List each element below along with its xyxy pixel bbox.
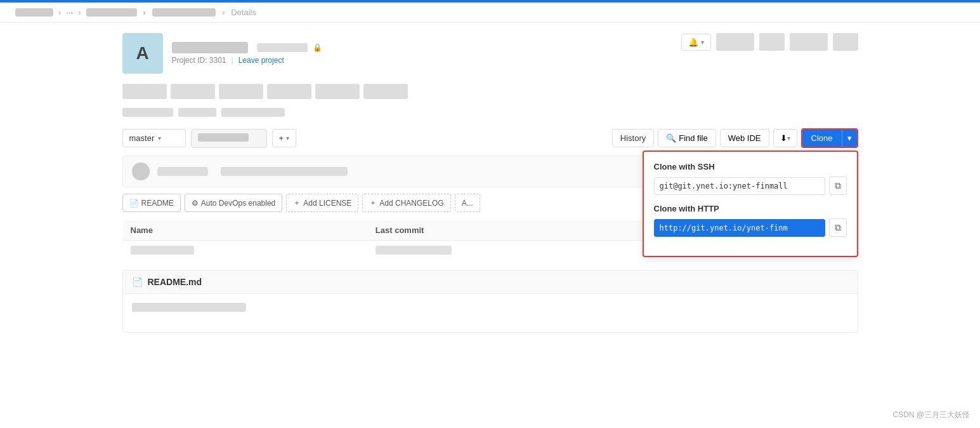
meta-item-2 bbox=[178, 108, 216, 117]
commit-cell bbox=[368, 241, 651, 261]
nav-tab-2[interactable] bbox=[171, 84, 215, 99]
breadcrumb-part1 bbox=[15, 8, 53, 17]
branch-chevron: ▾ bbox=[158, 135, 161, 142]
nav-tab-4[interactable] bbox=[267, 84, 311, 99]
lock-icon: 🔒 bbox=[313, 43, 322, 52]
header-action-1[interactable] bbox=[716, 33, 754, 51]
toolbar-right: History 🔍 Find file Web IDE ⬇ ▾ Clone ▾ … bbox=[612, 128, 858, 148]
clone-http-copy-button[interactable]: ⧉ bbox=[829, 218, 847, 237]
meta-row bbox=[122, 108, 858, 117]
clone-ssh-title: Clone with SSH bbox=[654, 162, 847, 171]
header-action-4[interactable] bbox=[833, 33, 858, 51]
breadcrumb-dots: ··· bbox=[66, 8, 73, 17]
add-license-button[interactable]: ＋ Add LICENSE bbox=[286, 194, 358, 212]
breadcrumb-part4 bbox=[152, 8, 216, 17]
bell-icon: 🔔 bbox=[688, 37, 698, 47]
meta-item-1 bbox=[122, 108, 173, 117]
clone-ssh-row: ⧉ bbox=[654, 177, 847, 195]
readme-button[interactable]: 📄 README bbox=[122, 194, 181, 212]
find-file-button[interactable]: 🔍 Find file bbox=[658, 129, 716, 147]
notification-chevron: ▾ bbox=[701, 39, 704, 46]
clone-http-title: Clone with HTTP bbox=[654, 204, 847, 213]
breadcrumb-sep1: › bbox=[58, 8, 61, 17]
download-chevron: ▾ bbox=[787, 135, 790, 142]
file-name-cell bbox=[122, 241, 368, 261]
meta-item-3 bbox=[221, 108, 285, 117]
clone-dropdown: Clone with SSH ⧉ Clone with HTTP ⧉ bbox=[643, 150, 858, 257]
download-button[interactable]: ⬇ ▾ bbox=[773, 129, 797, 147]
readme-file-icon: 📄 bbox=[132, 277, 143, 287]
clone-main-button[interactable]: Clone bbox=[802, 130, 842, 147]
plus-chevron: ▾ bbox=[286, 135, 289, 142]
copy-ssh-icon: ⧉ bbox=[835, 180, 841, 191]
add-changelog-icon: ＋ bbox=[369, 197, 377, 208]
project-id: Project ID: 3301 bbox=[172, 56, 226, 65]
col-name: Name bbox=[122, 220, 368, 241]
leave-project-link[interactable]: Leave project bbox=[238, 56, 284, 65]
devops-label: Auto DevOps enabled bbox=[201, 199, 275, 208]
readme-content bbox=[123, 294, 858, 332]
nav-tab-5[interactable] bbox=[315, 84, 360, 99]
project-avatar: A bbox=[122, 33, 163, 74]
project-title bbox=[172, 42, 248, 53]
web-ide-button[interactable]: Web IDE bbox=[720, 129, 769, 147]
find-file-label: Find file bbox=[679, 133, 708, 143]
clone-http-row: ⧉ bbox=[654, 218, 847, 237]
project-header-right: 🔔 ▾ bbox=[681, 33, 858, 51]
add-license-label: Add LICENSE bbox=[303, 199, 351, 208]
breadcrumb-sep4: › bbox=[222, 8, 225, 17]
readme-section: 📄 README.md bbox=[122, 270, 858, 333]
file-path-text bbox=[198, 133, 249, 142]
more-label: A... bbox=[462, 199, 473, 208]
add-changelog-button[interactable]: ＋ Add CHANGELOG bbox=[362, 194, 450, 212]
clone-button-group: Clone ▾ bbox=[801, 128, 858, 148]
clone-dropdown-button[interactable]: ▾ bbox=[842, 130, 857, 147]
col-last-commit: Last commit bbox=[368, 220, 651, 241]
notification-button[interactable]: 🔔 ▾ bbox=[681, 34, 711, 51]
project-header-left: A 🔒 Project ID: 3301 | Leave project bbox=[122, 33, 322, 74]
readme-filename: README.md bbox=[148, 277, 202, 287]
breadcrumb-sep2: › bbox=[78, 8, 81, 17]
toolbar-row: master ▾ + ▾ History 🔍 Find file Web IDE… bbox=[122, 128, 858, 148]
breadcrumb-sep3: › bbox=[143, 8, 146, 17]
more-button[interactable]: A... bbox=[455, 194, 480, 212]
project-title-row: 🔒 bbox=[172, 42, 322, 53]
add-changelog-label: Add CHANGELOG bbox=[379, 199, 443, 208]
breadcrumb: › ··· › › › Details bbox=[0, 3, 980, 23]
readme-header: 📄 README.md bbox=[123, 271, 858, 294]
toolbar-left: master ▾ + ▾ bbox=[122, 129, 297, 148]
breadcrumb-part3 bbox=[86, 8, 137, 17]
clone-ssh-copy-button[interactable]: ⧉ bbox=[829, 177, 847, 195]
project-meta: Project ID: 3301 | Leave project bbox=[172, 56, 322, 65]
nav-tab-6[interactable] bbox=[363, 84, 408, 99]
header-action-3[interactable] bbox=[790, 33, 828, 51]
nav-tab-3[interactable] bbox=[219, 84, 263, 99]
project-info: 🔒 Project ID: 3301 | Leave project bbox=[172, 42, 322, 65]
clone-http-input[interactable] bbox=[654, 219, 825, 237]
file-name bbox=[131, 246, 194, 255]
readme-label: README bbox=[141, 199, 174, 208]
project-subtitle bbox=[257, 43, 308, 52]
search-icon: 🔍 bbox=[666, 133, 676, 143]
devops-icon: ⚙ bbox=[192, 199, 199, 208]
project-header: A 🔒 Project ID: 3301 | Leave project 🔔 ▾ bbox=[122, 33, 858, 74]
readme-icon: 📄 bbox=[129, 199, 139, 208]
add-license-icon: ＋ bbox=[293, 197, 301, 208]
branch-name: master bbox=[129, 133, 155, 143]
nav-tab-1[interactable] bbox=[122, 84, 167, 99]
plus-button[interactable]: + ▾ bbox=[272, 129, 297, 147]
history-button[interactable]: History bbox=[612, 129, 654, 147]
branch-selector[interactable]: master ▾ bbox=[122, 129, 186, 147]
nav-tabs-row bbox=[122, 84, 858, 99]
download-icon: ⬇ bbox=[780, 133, 787, 143]
commit-message bbox=[221, 167, 348, 176]
breadcrumb-details: Details bbox=[231, 8, 256, 17]
commit-avatar bbox=[132, 163, 150, 180]
readme-text bbox=[132, 303, 246, 312]
commit-author bbox=[157, 167, 208, 176]
devops-button[interactable]: ⚙ Auto DevOps enabled bbox=[185, 194, 282, 212]
clone-ssh-input[interactable] bbox=[654, 177, 825, 195]
copy-http-icon: ⧉ bbox=[835, 222, 841, 232]
header-action-2[interactable] bbox=[759, 33, 785, 51]
file-path-display bbox=[191, 129, 267, 148]
